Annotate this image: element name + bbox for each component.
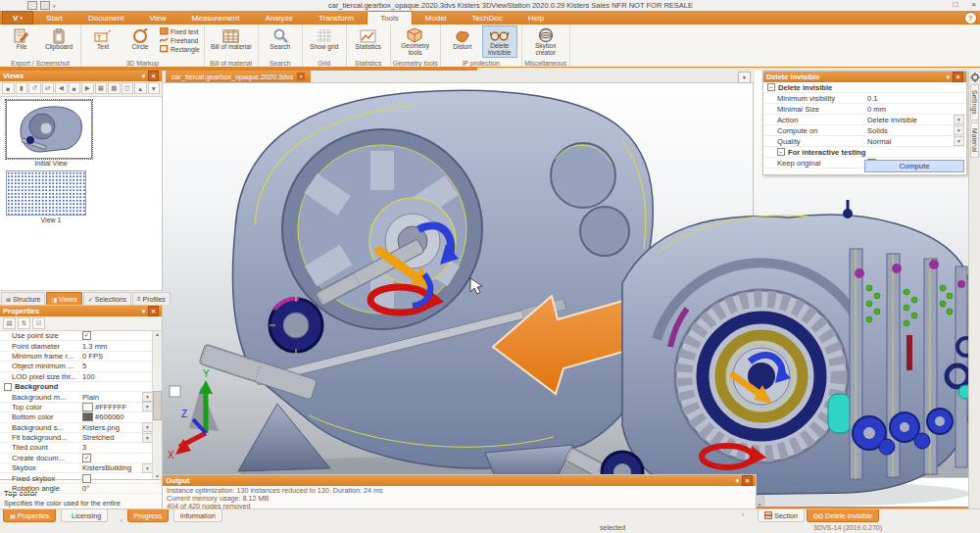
open-icon[interactable] [40, 1, 50, 10]
views-toolbar-button-9[interactable]: ◫ [122, 82, 134, 94]
collapse-icon[interactable]: − [777, 148, 785, 156]
delete-invisible-group[interactable]: − Delete invisible [763, 82, 966, 93]
prop-group-background[interactable]: Background [0, 382, 162, 392]
bottom-tab-progress[interactable]: Progress [127, 509, 170, 522]
close-views-icon[interactable]: × [148, 71, 159, 81]
tab-tools[interactable]: Tools [367, 11, 413, 24]
views-toolbar-button-2[interactable]: ↺ [28, 82, 41, 94]
scroll-down-icon[interactable]: ▼ [155, 473, 160, 479]
dropdown-icon[interactable]: ▾ [954, 125, 964, 135]
bill-of-material-button[interactable]: Bill of material [209, 25, 254, 58]
tab-document[interactable]: Document [75, 11, 136, 24]
dropdown-icon[interactable]: ▾ [954, 136, 964, 146]
tab-selections[interactable]: ✓ Selections [83, 292, 131, 305]
tab-techdoc[interactable]: TechDoc [460, 11, 515, 24]
distort-button[interactable]: Distort [445, 25, 480, 58]
right-tab-material[interactable]: Material [970, 122, 979, 158]
bottom-tab-licensing[interactable]: · Licensing [61, 509, 108, 522]
prop-row-bottom-color[interactable]: Bottom color #606060 [0, 412, 162, 422]
views-toolbar-button-1[interactable]: ▮ [16, 82, 28, 94]
skybox-creator-button[interactable]: Skybox creator [526, 25, 565, 58]
sort-icon[interactable]: ⇅ [18, 317, 30, 329]
restore-window-button[interactable]: □ [953, 0, 957, 9]
prop-row-top-color[interactable]: Top color #FFFFFF ▾ [0, 403, 162, 412]
pin-icon[interactable]: ▾ [139, 307, 148, 315]
help-button[interactable]: ? [964, 12, 977, 24]
close-delete-invisible-icon[interactable]: × [953, 72, 963, 82]
views-toolbar-button-6[interactable]: ▶ [81, 82, 94, 94]
prop-row-background-mode[interactable]: Background m... Plain ▾ [0, 392, 162, 402]
prop-row-rotation-angle[interactable]: Rotation angle 0° [0, 484, 162, 494]
views-toolbar-button-7[interactable]: ▦ [95, 82, 108, 94]
bottom-tab-delete-invisible[interactable]: Delete invisible [807, 509, 879, 522]
views-toolbar-button-5[interactable]: ■ [69, 82, 81, 94]
views-toolbar-button-4[interactable]: ◀ [55, 82, 68, 94]
close-document-icon[interactable]: × [297, 73, 305, 80]
collapse-icon[interactable]: − [767, 83, 775, 91]
prop-row-skybox[interactable]: Skybox KistersBuilding ▾ [0, 463, 162, 473]
tab-model[interactable]: Model [413, 11, 460, 24]
geometry-tools-button[interactable]: Geometry tools [395, 25, 436, 58]
color-swatch-grey[interactable] [82, 412, 93, 421]
filter-checked-icon[interactable]: ☑ [32, 317, 45, 329]
close-output-icon[interactable]: × [742, 475, 753, 486]
markup-circle-button[interactable]: Circle [122, 25, 158, 58]
prop-row-lod-pixel-size[interactable]: LOD pixel size thr... 100 [0, 372, 162, 382]
quick-access-toolbar[interactable]: ▾ [27, 1, 56, 10]
collapse-icon[interactable] [4, 383, 12, 391]
prop-row-use-point-size[interactable]: Use point size ✓ [0, 331, 162, 341]
view-item-initial[interactable]: Initial View [6, 100, 96, 167]
prop-row-point-diameter[interactable]: Point diameter 1.3 mm [0, 341, 162, 351]
bottom-tab-section[interactable]: Section [758, 509, 805, 522]
view-item-1[interactable]: View 1 [6, 170, 96, 223]
row-compute-on[interactable]: Compute on Solids ▾ [763, 125, 966, 136]
pin-icon[interactable]: ▾ [944, 73, 953, 81]
close-properties-icon[interactable]: × [148, 306, 159, 316]
color-swatch-white[interactable] [82, 403, 93, 412]
prop-row-fixed-skybox[interactable]: Fixed skybox [0, 473, 162, 483]
scroll-up-icon[interactable]: ▲ [155, 331, 160, 337]
views-toolbar-button-11[interactable]: ▼ [148, 82, 161, 94]
checkbox-checked[interactable]: ✓ [82, 331, 91, 340]
scrollbar-thumb[interactable] [153, 391, 162, 420]
show-grid-button[interactable]: Show grid [307, 25, 342, 58]
views-toolbar-button-3[interactable]: ⇄ [42, 82, 55, 94]
prop-row-tiled-count[interactable]: Tiled count 3 [0, 443, 162, 453]
right-tab-settings[interactable]: Settings [970, 84, 979, 121]
checkbox-unchecked[interactable] [82, 474, 91, 483]
gearbox-left[interactable] [199, 90, 653, 480]
tab-transform[interactable]: Transform [306, 11, 367, 24]
views-toolbar-button-10[interactable]: ▲ [134, 82, 147, 94]
statistics-button[interactable]: Statistics [351, 25, 386, 58]
markup-freehand-button[interactable]: Freehand [160, 36, 200, 44]
checkbox-checked[interactable]: ✓ [82, 454, 91, 462]
markup-fixed-text-button[interactable]: Fixed text [160, 27, 200, 35]
row-quality[interactable]: Quality Normal ▾ [763, 136, 966, 147]
save-icon[interactable] [27, 1, 37, 10]
pin-icon[interactable]: ▾ [733, 476, 742, 485]
tab-structure[interactable]: ⊞ Structure [1, 292, 45, 305]
tab-view[interactable]: View [136, 11, 178, 24]
delete-invisible-button[interactable]: Delete invisible [482, 25, 517, 58]
prop-row-background-source[interactable]: Background s... Kisters.png ▾ [0, 423, 162, 433]
tab-help[interactable]: Help [515, 11, 557, 24]
row-minimum-visibility[interactable]: Minimum visibility 0.1 [763, 93, 966, 104]
dropdown-icon[interactable]: ▾ [954, 115, 964, 124]
prop-row-min-framerate[interactable]: Minimum frame r... 0 FPS [0, 352, 162, 362]
app-menu-button[interactable]: V ▾ [2, 11, 33, 24]
tab-views[interactable]: ◨ Views [46, 292, 81, 305]
tab-measurement[interactable]: Measurement [179, 11, 253, 24]
file-export-button[interactable]: File [4, 25, 39, 58]
tab-analyze[interactable]: Analyze [253, 11, 306, 24]
clipboard-button[interactable]: Clipboard [41, 25, 76, 58]
prop-row-fit-background[interactable]: Fit background... Stretched ▾ [0, 433, 162, 443]
document-tab[interactable]: car_tiercal.gearbox_opaque.2020.3dvs × [166, 71, 311, 82]
tab-start[interactable]: Start [33, 11, 75, 24]
tab-profiles[interactable]: ≡ Profiles [132, 292, 171, 305]
row-action[interactable]: Action Delete invisible ▾ [763, 115, 966, 125]
markup-text-button[interactable]: T Text [85, 25, 121, 58]
markup-rectangle-button[interactable]: Rectangle [160, 45, 200, 53]
bottom-tab-properties[interactable]: ▤ Properties [3, 509, 56, 522]
tab-scroll-right[interactable]: › [742, 511, 744, 518]
views-toolbar-button-0[interactable]: ■ [2, 82, 15, 94]
